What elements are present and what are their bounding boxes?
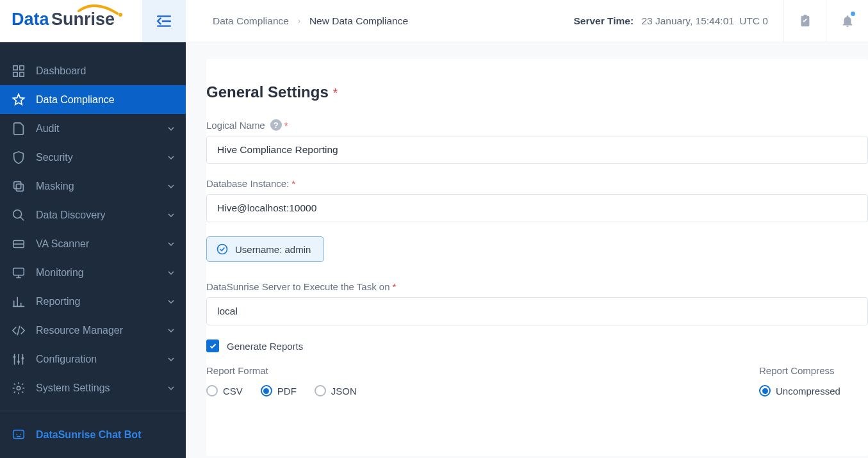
server-time-label: Server Time:: [573, 15, 634, 26]
radio-checked-icon: [261, 385, 272, 397]
svg-text:Sunrise: Sunrise: [51, 10, 115, 29]
report-compress-col: Report Compress Uncompressed: [759, 365, 868, 397]
collapse-icon: [155, 13, 173, 29]
username-chip[interactable]: Username: admin: [206, 236, 324, 262]
panel: General Settings * Logical Name ? * Data…: [206, 59, 868, 456]
sidebar-item-label: Resource Manager: [36, 325, 123, 336]
gear-icon: [12, 381, 26, 395]
report-format-col: Report Format CSV PDF JSON: [206, 365, 759, 397]
clipboard-check-icon: [798, 14, 812, 28]
svg-point-11: [17, 386, 20, 390]
db-instance-input[interactable]: [206, 194, 868, 222]
section-title: General Settings *: [206, 83, 868, 101]
radio-label: Uncompressed: [776, 386, 840, 397]
sidebar-item-label: Masking: [36, 181, 74, 192]
label-text: Logical Name: [206, 120, 265, 131]
sidebar-item-label: Security: [36, 152, 73, 163]
notifications-button[interactable]: [826, 0, 868, 42]
field-logical-name: Logical Name ? *: [206, 119, 868, 164]
svg-point-10: [22, 357, 24, 359]
field-db-instance: Database Instance:*: [206, 178, 868, 222]
required-indicator: *: [332, 86, 338, 100]
check-circle-icon: [216, 243, 229, 256]
radio-uncompressed[interactable]: Uncompressed: [759, 385, 840, 397]
tasks-button[interactable]: [783, 0, 826, 42]
svg-text:Data: Data: [12, 10, 50, 29]
db-instance-label: Database Instance:*: [206, 178, 868, 189]
sidebar-item-monitoring[interactable]: Monitoring: [0, 258, 186, 287]
svg-rect-4: [16, 184, 23, 191]
svg-point-9: [17, 360, 20, 363]
breadcrumb-parent[interactable]: Data Compliance: [213, 15, 289, 27]
sidebar-item-system-settings[interactable]: System Settings: [0, 373, 186, 402]
sidebar-item-resource-manager[interactable]: Resource Manager: [0, 316, 186, 345]
chevron-down-icon: [168, 299, 174, 305]
report-compress-radios: Uncompressed: [759, 385, 855, 397]
sidebar-item-reporting[interactable]: Reporting: [0, 287, 186, 316]
radio-icon: [206, 385, 218, 397]
chevron-down-icon: [168, 385, 174, 391]
label-text: DataSunrise Server to Execute the Task o…: [206, 281, 390, 292]
server-time: Server Time: 23 January, 15:44:01 UTC 0: [573, 15, 783, 27]
sidebar-item-masking[interactable]: Masking: [0, 172, 186, 200]
sidebar-collapse-button[interactable]: [142, 0, 186, 42]
report-options-row: Report Format CSV PDF JSON Report Compre…: [206, 365, 868, 397]
sidebar-item-label: Dashboard: [36, 65, 86, 77]
search-icon: [12, 208, 26, 222]
report-format-label: Report Format: [206, 365, 759, 376]
copy-icon: [12, 179, 26, 193]
sidebar-item-label: Configuration: [36, 354, 97, 365]
sidebar-item-label: Data Compliance: [36, 94, 115, 106]
svg-rect-7: [13, 268, 24, 275]
chat-icon: [12, 428, 26, 442]
scanner-icon: [12, 237, 26, 251]
sidebar-item-security[interactable]: Security: [0, 143, 186, 172]
sidebar-item-audit[interactable]: Audit: [0, 114, 186, 143]
required-indicator: *: [393, 281, 397, 292]
chevron-down-icon: [168, 327, 174, 334]
radio-label: PDF: [277, 386, 297, 397]
code-icon: [12, 323, 26, 338]
sidebar-item-label: Data Discovery: [36, 209, 105, 221]
server-time-value: 23 January, 15:44:01: [641, 15, 734, 26]
chevron-down-icon: [168, 356, 174, 363]
server-time-utc: UTC 0: [739, 15, 768, 26]
server-exec-input[interactable]: [206, 297, 868, 325]
file-icon: [12, 122, 26, 136]
logical-name-input[interactable]: [206, 136, 868, 164]
sliders-icon: [12, 352, 26, 366]
svg-point-14: [20, 434, 21, 435]
svg-rect-3: [14, 181, 21, 188]
sidebar-item-label: Reporting: [36, 296, 80, 307]
sidebar-item-data-discovery[interactable]: Data Discovery: [0, 200, 186, 229]
required-indicator: *: [284, 120, 288, 131]
svg-point-15: [218, 245, 227, 254]
notification-dot-icon: [851, 12, 855, 16]
sidebar-item-dashboard[interactable]: Dashboard: [0, 56, 186, 85]
generate-reports-checkbox[interactable]: Generate Reports: [206, 339, 868, 352]
logo[interactable]: Data Sunrise: [0, 0, 142, 42]
radio-csv[interactable]: CSV: [206, 385, 243, 397]
report-compress-label: Report Compress: [759, 365, 855, 376]
generate-reports-label: Generate Reports: [227, 341, 303, 352]
chevron-down-icon: [168, 183, 174, 190]
svg-point-0: [119, 13, 122, 17]
sidebar-item-configuration[interactable]: Configuration: [0, 345, 186, 373]
radio-pdf[interactable]: PDF: [261, 385, 297, 397]
checkbox-checked-icon: [206, 339, 219, 352]
sidebar-item-va-scanner[interactable]: VA Scanner: [0, 229, 186, 258]
chatbot-button[interactable]: DataSunrise Chat Bot: [0, 411, 186, 458]
svg-point-8: [13, 356, 16, 358]
chevron-down-icon: [168, 212, 174, 218]
logo-image: Data Sunrise: [12, 4, 127, 29]
sidebar-item-data-compliance[interactable]: Data Compliance: [0, 85, 186, 114]
header-icons: [783, 0, 868, 42]
breadcrumb: Data Compliance › New Data Compliance: [186, 15, 573, 27]
help-icon[interactable]: ?: [270, 119, 282, 131]
svg-point-5: [13, 209, 22, 218]
breadcrumb-separator-icon: ›: [298, 17, 300, 26]
main-content: General Settings * Logical Name ? * Data…: [186, 42, 868, 458]
report-format-radios: CSV PDF JSON: [206, 385, 759, 397]
label-text: Database Instance:: [206, 178, 289, 189]
radio-json[interactable]: JSON: [315, 385, 357, 397]
